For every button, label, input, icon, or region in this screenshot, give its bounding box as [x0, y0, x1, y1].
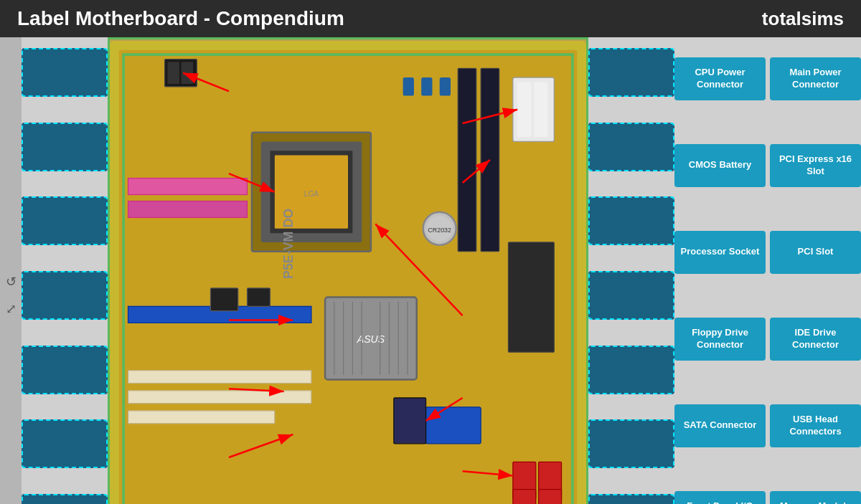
pci-slot-btn[interactable]: PCI Slot — [770, 231, 861, 274]
svg-rect-14 — [440, 77, 451, 96]
header: Label Motherboard - Compendium totalsims — [0, 0, 861, 37]
floppy-btn[interactable]: Floppy Drive Connector — [674, 318, 766, 361]
left-drop-target-4[interactable] — [22, 271, 108, 320]
front-panel-btn[interactable]: Front Panel I/O Connector — [674, 491, 766, 505]
main-content: ↺ ⤢ — [0, 37, 861, 504]
page-title: Label Motherboard - Compendium — [17, 7, 344, 30]
svg-rect-10 — [128, 179, 248, 195]
svg-rect-29 — [426, 407, 481, 444]
motherboard-svg: LGA ASUS — [110, 39, 586, 504]
left-drop-target-6[interactable] — [22, 419, 108, 468]
svg-rect-38 — [534, 82, 547, 137]
logo-normal: total — [762, 8, 801, 29]
usb-head-btn[interactable]: USB Head Connectors — [770, 404, 861, 447]
refresh-icon[interactable]: ↺ — [6, 274, 17, 290]
cpu-power-btn[interactable]: CPU Power Connector — [674, 57, 766, 100]
side-tools: ↺ ⤢ — [0, 37, 22, 504]
component-row-1: CPU Power Connector Main Power Connector — [674, 37, 861, 120]
component-row-6: Front Panel I/O Connector Memory Module … — [674, 471, 861, 504]
svg-rect-26 — [128, 371, 311, 384]
component-row-3: Processor Socket PCI Slot — [674, 211, 861, 293]
processor-btn[interactable]: Processor Socket — [674, 231, 766, 274]
left-drop-target-1[interactable] — [22, 48, 108, 97]
svg-rect-34 — [394, 398, 426, 444]
left-drop-target-7[interactable] — [22, 494, 108, 504]
right-drop-target-5[interactable] — [588, 346, 674, 394]
svg-rect-12 — [403, 77, 414, 96]
app-container: Label Motherboard - Compendium totalsims… — [0, 0, 861, 504]
right-drop-target-2[interactable] — [588, 123, 674, 171]
main-power-btn[interactable]: Main Power Connector — [770, 57, 861, 100]
svg-rect-27 — [128, 391, 311, 404]
logo-bold: sims — [801, 8, 844, 29]
svg-rect-37 — [517, 82, 531, 137]
svg-rect-45 — [210, 288, 237, 311]
components-panel: CPU Power Connector Main Power Connector… — [674, 37, 861, 504]
memory-module-btn[interactable]: Memory Module Connector — [770, 491, 861, 505]
svg-rect-48 — [508, 242, 554, 352]
svg-rect-13 — [421, 77, 432, 96]
ide-btn[interactable]: IDE Drive Connector — [770, 318, 861, 361]
left-drop-target-2[interactable] — [22, 123, 108, 171]
svg-rect-46 — [248, 288, 270, 307]
svg-rect-8 — [458, 68, 476, 251]
right-drop-target-3[interactable] — [588, 196, 674, 245]
logo: totalsims — [762, 8, 844, 30]
svg-rect-28 — [128, 411, 275, 424]
svg-text:CR2032: CR2032 — [428, 227, 451, 234]
svg-rect-41 — [182, 62, 194, 84]
right-drop-target-1[interactable] — [588, 48, 674, 97]
svg-text:P5E-VM DO: P5E-VM DO — [281, 209, 296, 279]
svg-rect-40 — [167, 62, 179, 84]
left-labels-column — [22, 37, 108, 504]
cmos-btn[interactable]: CMOS Battery — [674, 144, 766, 187]
svg-rect-33 — [539, 490, 562, 504]
svg-text:LGA: LGA — [304, 190, 319, 198]
component-row-4: Floppy Drive Connector IDE Drive Connect… — [674, 298, 861, 380]
sata-btn[interactable]: SATA Connector — [674, 404, 766, 447]
right-drop-target-7[interactable] — [588, 494, 674, 504]
right-labels-column — [588, 37, 674, 504]
svg-text:ASUS: ASUS — [357, 333, 385, 345]
component-row-2: CMOS Battery PCI Express x16 Slot — [674, 124, 861, 206]
svg-rect-11 — [128, 201, 248, 217]
right-drop-target-6[interactable] — [588, 419, 674, 468]
motherboard-area: LGA ASUS — [108, 37, 588, 504]
left-drop-target-3[interactable] — [22, 196, 108, 245]
component-row-5: SATA Connector USB Head Connectors — [674, 384, 861, 467]
svg-rect-32 — [513, 490, 536, 504]
left-drop-target-5[interactable] — [22, 346, 108, 394]
right-drop-target-4[interactable] — [588, 271, 674, 320]
resize-icon[interactable]: ⤢ — [6, 301, 17, 317]
pci-express-btn[interactable]: PCI Express x16 Slot — [770, 144, 861, 187]
